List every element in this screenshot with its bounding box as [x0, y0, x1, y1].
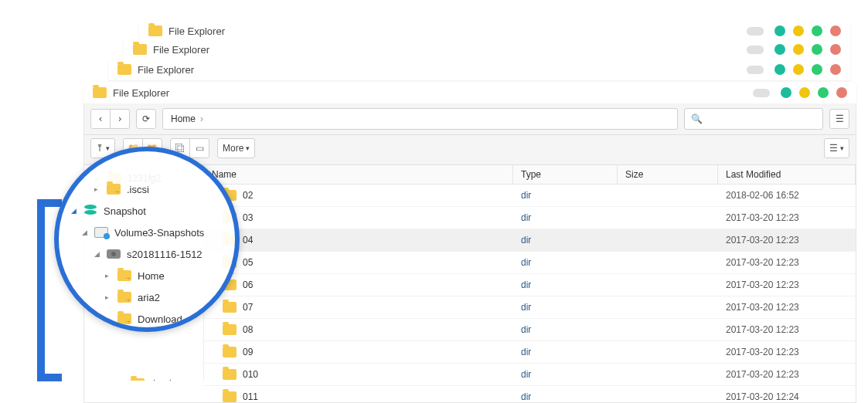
file-name: 05 — [243, 257, 253, 268]
toggle-pill[interactable] — [753, 89, 770, 97]
file-row[interactable]: 02dir2018-02-06 16:52 — [204, 185, 856, 207]
snapshot-icon — [83, 205, 97, 217]
tree-item-snapshot-entry[interactable]: ◢ s20181116-1512 — [65, 243, 229, 265]
file-row[interactable]: 05dir2017-03-20 12:23 — [204, 252, 856, 274]
collapse-icon[interactable]: ◢ — [82, 229, 88, 236]
volume-icon — [94, 227, 108, 238]
restore-dot[interactable] — [812, 44, 822, 55]
file-type: dir — [513, 391, 618, 402]
window-titlebar-bg2: File Explorer — [124, 39, 850, 60]
file-modified: 2017-03-20 12:23 — [718, 347, 856, 357]
toggle-pill[interactable] — [747, 66, 764, 74]
column-size[interactable]: Size — [618, 165, 718, 184]
file-name: 09 — [243, 347, 253, 357]
column-name[interactable]: Name — [204, 165, 513, 184]
file-modified: 2018-02-06 16:52 — [718, 190, 856, 201]
close-dot[interactable] — [830, 44, 841, 55]
file-modified: 2017-03-20 12:23 — [718, 324, 856, 335]
file-row[interactable]: 07dir2017-03-20 12:23 — [204, 296, 856, 319]
search-box[interactable]: 🔍 — [684, 108, 823, 130]
maximize-dot[interactable] — [793, 64, 804, 75]
close-dot[interactable] — [830, 64, 841, 75]
column-modified[interactable]: Last Modified — [718, 165, 856, 184]
restore-dot[interactable] — [812, 25, 822, 36]
tree-item[interactable]: ▸ Home — [65, 265, 229, 286]
paste-button[interactable]: ▭ — [189, 138, 209, 158]
folder-icon — [148, 25, 162, 36]
forward-button[interactable]: › — [110, 109, 130, 129]
back-button[interactable]: ‹ — [90, 109, 111, 129]
file-row[interactable]: 011dir2017-03-20 12:24 — [204, 386, 856, 403]
search-input[interactable] — [707, 113, 816, 124]
folder-icon — [107, 184, 121, 195]
toggle-pill[interactable] — [747, 27, 764, 36]
folder-icon — [131, 378, 145, 381]
file-name: 06 — [243, 279, 253, 290]
close-dot[interactable] — [830, 25, 841, 36]
window-titlebar-bg1: File Explorer — [108, 59, 850, 80]
folder-icon — [117, 292, 131, 303]
folder-icon — [133, 44, 147, 55]
file-type: dir — [513, 212, 618, 223]
maximize-dot[interactable] — [799, 87, 810, 98]
maximize-dot[interactable] — [793, 44, 804, 55]
restore-dot[interactable] — [818, 87, 829, 98]
toggle-pill[interactable] — [747, 46, 764, 54]
file-row[interactable]: 06dir2017-03-20 12:23 — [204, 274, 856, 296]
file-row[interactable]: 010dir2017-03-20 12:23 — [204, 364, 856, 386]
minimize-dot[interactable] — [774, 44, 785, 55]
chevron-left-icon: ‹ — [97, 113, 103, 124]
tree-label: Volume3-Snapshots — [114, 227, 204, 239]
file-row[interactable]: 03dir2017-03-20 12:23 — [204, 207, 856, 229]
expand-icon[interactable]: ▸ — [94, 185, 100, 193]
more-label: More — [223, 143, 243, 154]
tree-item[interactable]: ▸ .iscsi — [65, 178, 229, 200]
file-type: dir — [513, 347, 618, 357]
tree-item[interactable]: ▸ aria2 — [65, 286, 229, 308]
file-row[interactable]: 04dir2017-03-20 12:23 — [204, 229, 856, 252]
more-button[interactable]: More ▾ — [217, 138, 255, 158]
file-row[interactable]: 09dir2017-03-20 12:23 — [204, 341, 856, 364]
toolbar-nav: ‹ › ⟳ Home › 🔍 ☰ — [84, 103, 856, 135]
maximize-dot[interactable] — [793, 25, 804, 36]
filter-icon: ☰ — [836, 113, 844, 124]
tree-item-snapshot[interactable]: ◢ Snapshot — [65, 200, 229, 222]
tree-item-volume[interactable]: ◢ Volume3-Snapshots — [65, 222, 229, 243]
camera-icon — [107, 249, 121, 259]
file-name: 011 — [243, 391, 258, 402]
breadcrumb-root[interactable]: Home — [171, 113, 196, 124]
close-dot[interactable] — [836, 87, 847, 98]
expand-icon[interactable]: ▸ — [118, 380, 124, 381]
expand-icon[interactable]: ▸ — [105, 272, 111, 279]
folder-icon — [223, 347, 237, 357]
collapse-icon[interactable]: ◢ — [71, 207, 77, 215]
view-mode-button[interactable]: ☰ ▾ — [824, 138, 849, 158]
file-modified: 2017-03-20 12:23 — [718, 235, 856, 246]
file-name: 02 — [243, 190, 253, 201]
minimize-dot[interactable] — [774, 25, 785, 36]
column-type[interactable]: Type — [513, 165, 618, 184]
file-modified: 2017-03-20 12:23 — [718, 279, 856, 290]
file-modified: 2017-03-20 12:24 — [718, 391, 856, 402]
file-type: dir — [513, 190, 618, 201]
tree-label: .iscsi — [127, 184, 149, 195]
tree-item[interactable]: ▸ .iscsi — [84, 374, 203, 381]
restore-dot[interactable] — [812, 64, 822, 75]
expand-icon[interactable]: ▸ — [105, 293, 111, 301]
refresh-button[interactable]: ⟳ — [136, 109, 156, 129]
chevron-down-icon: ▾ — [106, 144, 110, 152]
expand-icon[interactable]: ▸ — [105, 315, 111, 323]
folder-icon — [223, 324, 237, 335]
collapse-icon[interactable]: ◢ — [94, 250, 100, 258]
filter-button[interactable]: ☰ — [829, 109, 849, 129]
minimize-dot[interactable] — [781, 87, 791, 98]
minimize-dot[interactable] — [774, 64, 785, 75]
file-modified: 2017-03-20 12:23 — [718, 369, 856, 380]
window-titlebar-main[interactable]: File Explorer — [83, 82, 856, 103]
folder-icon — [223, 302, 237, 313]
file-type: dir — [513, 369, 618, 380]
file-type: dir — [513, 302, 618, 313]
file-list: Name Type Size Last Modified 02dir2018-0… — [204, 165, 856, 381]
breadcrumb[interactable]: Home › — [162, 108, 678, 130]
file-row[interactable]: 08dir2017-03-20 12:23 — [204, 319, 856, 341]
